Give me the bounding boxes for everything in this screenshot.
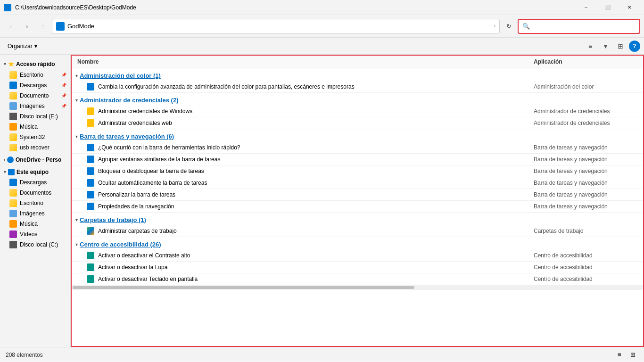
category-header-3[interactable]: ▾ Carpetas de trabajo (1) xyxy=(72,213,643,225)
sidebar-equipo-musica[interactable]: Música xyxy=(0,219,70,229)
sidebar-item-label: Disco local (C:) xyxy=(20,241,58,248)
sidebar-item-imagenes[interactable]: Imágenes 📌 xyxy=(0,101,70,111)
list-item[interactable]: Activar o desactivar Teclado en pantalla… xyxy=(72,273,643,285)
sidebar-item-documento[interactable]: Documento 📌 xyxy=(0,90,70,101)
sidebar-equipo-escritorio[interactable]: Escritorio xyxy=(0,198,70,208)
refresh-button[interactable]: ↻ xyxy=(502,19,516,33)
item-app: Administrador de credenciales xyxy=(534,108,637,115)
main-layout: ▾ ★ Acceso rápido Escritorio 📌 Descargas… xyxy=(0,55,644,347)
status-view-grid-button[interactable]: ⊞ xyxy=(627,349,638,361)
title-bar-controls: – ⬜ ✕ xyxy=(575,0,640,15)
quick-access-label: Acceso rápido xyxy=(16,61,55,67)
item-icon xyxy=(87,203,94,210)
minimize-button[interactable]: – xyxy=(575,0,597,15)
category-title-2[interactable]: Barra de tareas y navegación (6) xyxy=(80,133,174,140)
status-bar: 208 elementos ≡ ⊞ xyxy=(0,347,644,362)
item-app: Barra de tareas y navegación xyxy=(534,203,637,210)
sidebar-equipo-disco-c[interactable]: Disco local (C:) xyxy=(0,239,70,250)
category-header-2[interactable]: ▾ Barra de tareas y navegación (6) xyxy=(72,129,643,142)
list-item[interactable]: Cambia la configuración avanzada de admi… xyxy=(72,81,643,93)
category-chevron-icon-3: ▾ xyxy=(75,217,78,222)
sidebar-item-escritorio[interactable]: Escritorio 📌 xyxy=(0,70,70,80)
sidebar-item-usb-recover[interactable]: usb recover xyxy=(0,142,70,153)
item-text: Ocultar automáticamente la barra de tare… xyxy=(98,180,530,186)
folder-icon xyxy=(9,133,17,141)
list-item[interactable]: ¿Qué ocurrió con la barra de herramienta… xyxy=(72,142,643,154)
close-button[interactable]: ✕ xyxy=(619,0,640,15)
view-list-button[interactable]: ≡ xyxy=(584,40,597,53)
sidebar-item-label: Descargas xyxy=(20,179,47,186)
este-equipo-chevron-icon: ▾ xyxy=(4,170,6,174)
content-area: Nombre Aplicación ▾ Administración del c… xyxy=(71,55,644,347)
sidebar-item-label: Imágenes xyxy=(20,103,45,109)
folder-icon xyxy=(9,144,17,151)
view-pane-button[interactable]: ⊞ xyxy=(614,40,627,53)
sidebar-item-descargas[interactable]: Descargas 📌 xyxy=(0,80,70,90)
quick-access-header[interactable]: ▾ ★ Acceso rápido xyxy=(0,58,70,70)
item-icon xyxy=(87,227,94,235)
sidebar-equipo-documentos[interactable]: Documentos xyxy=(0,188,70,198)
list-item[interactable]: Activar o desactivar el Contraste alto C… xyxy=(72,250,643,262)
item-app: Barra de tareas y navegación xyxy=(534,191,637,198)
list-item[interactable]: Administrar credenciales de Windows Admi… xyxy=(72,106,643,117)
item-app: Barra de tareas y navegación xyxy=(534,168,637,174)
pin-icon: 📌 xyxy=(61,73,66,77)
search-box[interactable]: 🔍 xyxy=(518,19,640,34)
sidebar-equipo-descargas[interactable]: Descargas xyxy=(0,177,70,188)
images-icon xyxy=(9,210,17,217)
sidebar-item-label: Documento xyxy=(20,92,49,99)
sidebar-equipo-imagenes[interactable]: Imágenes xyxy=(0,208,70,219)
quick-access-star-icon: ★ xyxy=(8,60,14,68)
list-item[interactable]: Propiedades de la navegación Barra de ta… xyxy=(72,201,643,213)
category-header-0[interactable]: ▾ Administración del color (1) xyxy=(72,68,643,81)
category-title-3[interactable]: Carpetas de trabajo (1) xyxy=(80,216,146,223)
category-title-0[interactable]: Administración del color (1) xyxy=(80,72,161,79)
back-button[interactable]: ‹ xyxy=(4,19,18,33)
status-right: ≡ ⊞ xyxy=(614,349,638,361)
item-app: Barra de tareas y navegación xyxy=(534,144,637,151)
address-bar[interactable]: GodMode › xyxy=(52,19,500,34)
sidebar-item-system32[interactable]: System32 xyxy=(0,132,70,142)
horizontal-scrollbar[interactable] xyxy=(72,285,643,290)
este-equipo-header[interactable]: ▾ Este equipo xyxy=(0,167,70,177)
item-text: Administrar carpetas de trabajo xyxy=(98,228,530,234)
item-text: Administrar credenciales de Windows xyxy=(98,108,530,115)
item-app: Administración del color xyxy=(534,83,637,90)
item-text: Administrar credenciales web xyxy=(98,120,530,126)
title-bar-icon xyxy=(4,4,11,11)
sidebar-item-musica[interactable]: Música xyxy=(0,122,70,132)
item-icon xyxy=(87,191,94,198)
folder-icon xyxy=(9,92,17,99)
computer-icon xyxy=(8,169,15,175)
column-app-header: Aplicación xyxy=(534,58,637,65)
list-item[interactable]: Bloquear o desbloquear la barra de tarea… xyxy=(72,165,643,177)
status-view-list-button[interactable]: ≡ xyxy=(614,349,625,361)
category-title-4[interactable]: Centro de accesibilidad (26) xyxy=(80,241,161,248)
item-text: Agrupar ventanas similares de la barra d… xyxy=(98,156,530,163)
address-text: GodMode xyxy=(67,23,491,30)
help-button[interactable]: ? xyxy=(629,41,640,52)
item-text: Activar o desactivar el Contraste alto xyxy=(98,252,530,259)
sidebar-item-disco-e[interactable]: Disco local (E:) xyxy=(0,111,70,122)
item-icon xyxy=(87,167,94,175)
up-button[interactable]: ↑ xyxy=(36,19,50,33)
category-header-1[interactable]: ▾ Administrador de credenciales (2) xyxy=(72,93,643,106)
view-chevron-button[interactable]: ▾ xyxy=(599,40,612,53)
list-item[interactable]: Ocultar automáticamente la barra de tare… xyxy=(72,177,643,189)
onedrive-header[interactable]: › OneDrive - Perso xyxy=(0,155,70,165)
list-item[interactable]: Agrupar ventanas similares de la barra d… xyxy=(72,154,643,165)
list-item[interactable]: Administrar credenciales web Administrad… xyxy=(72,117,643,129)
scrollbar-thumb xyxy=(73,286,414,289)
organize-button[interactable]: Organizar ▾ xyxy=(4,40,41,53)
list-item[interactable]: Personalizar la barra de tareas Barra de… xyxy=(72,189,643,201)
list-item[interactable]: Administrar carpetas de trabajo Carpetas… xyxy=(72,225,643,237)
forward-button[interactable]: › xyxy=(20,19,34,33)
title-bar-path: C:\Users\downloadsourceES\Desktop\GodMod… xyxy=(15,4,571,11)
category-header-4[interactable]: ▾ Centro de accesibilidad (26) xyxy=(72,237,643,250)
search-input[interactable] xyxy=(533,23,636,30)
pin-icon: 📌 xyxy=(61,104,66,108)
maximize-button[interactable]: ⬜ xyxy=(597,0,619,15)
list-item[interactable]: Activar o desactivar la Lupa Centro de a… xyxy=(72,262,643,273)
category-title-1[interactable]: Administrador de credenciales (2) xyxy=(80,97,179,104)
sidebar-equipo-videos[interactable]: Vídeos xyxy=(0,229,70,239)
